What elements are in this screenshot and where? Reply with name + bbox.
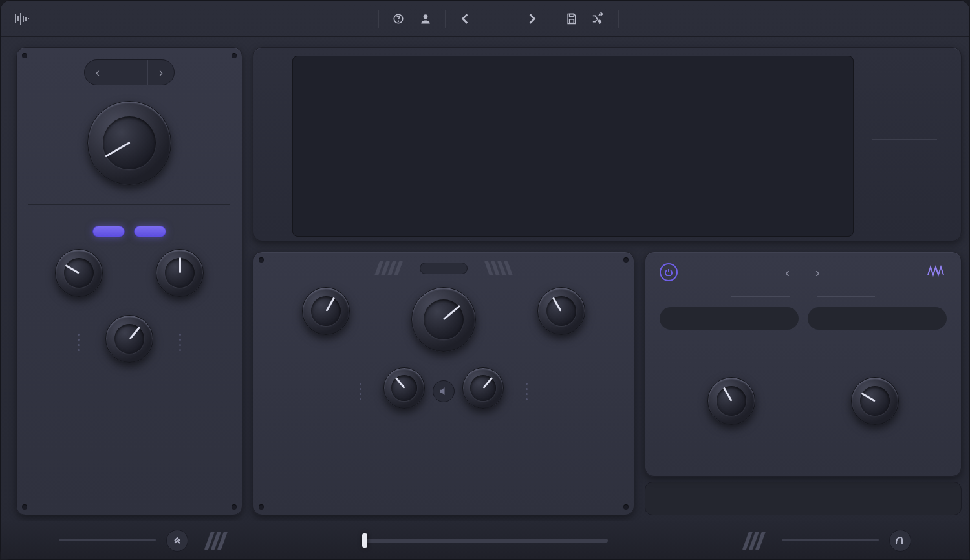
stripes-icon	[377, 261, 400, 275]
help-button[interactable]	[387, 7, 410, 30]
time-panel: ‹ ›	[16, 47, 242, 515]
fx-type-icon[interactable]	[927, 265, 947, 279]
input-expand-button[interactable]	[166, 530, 188, 552]
preset-prev-button[interactable]	[453, 7, 477, 30]
output-slider[interactable]	[782, 539, 879, 541]
feedback-knob[interactable]	[55, 249, 103, 297]
snap-toggle[interactable]	[420, 263, 468, 274]
spread-knob[interactable]	[156, 249, 204, 297]
ramp-knob[interactable]	[302, 287, 350, 335]
save-button[interactable]	[560, 7, 583, 30]
fx-panel: ‹ ›	[645, 252, 962, 477]
limiter-button[interactable]	[889, 530, 911, 552]
fx-sync-toggle[interactable]	[808, 307, 947, 330]
svg-point-7	[398, 21, 399, 21]
crossfeed-knob[interactable]	[105, 315, 153, 363]
header-bar	[1, 1, 969, 37]
lowpass-knob[interactable]	[462, 367, 504, 409]
footer-bar	[1, 521, 969, 559]
filter-listen-icon[interactable]	[433, 380, 455, 402]
fx-mix-control[interactable]	[660, 307, 799, 330]
time-mode-next[interactable]: ›	[148, 66, 174, 80]
ducker-bar	[645, 482, 962, 515]
stripes-icon	[487, 261, 510, 275]
sync-toggle[interactable]	[134, 226, 166, 237]
svg-rect-10	[570, 19, 574, 23]
svg-point-8	[424, 14, 428, 19]
fx-power-button[interactable]	[660, 263, 678, 281]
fx-prev[interactable]: ‹	[785, 265, 790, 280]
analog-toggle[interactable]	[92, 226, 125, 237]
tap-visualizer[interactable]	[292, 56, 854, 237]
drywet-slider[interactable]	[362, 539, 608, 543]
modulation-knob[interactable]	[851, 377, 899, 425]
fx-next[interactable]: ›	[815, 265, 820, 280]
preset-next-button[interactable]	[521, 7, 544, 30]
user-button[interactable]	[414, 7, 437, 30]
time-mode-selector: ‹ ›	[84, 59, 175, 85]
plugin-logo-icon	[14, 12, 32, 25]
time-mode-label[interactable]	[111, 60, 148, 85]
svg-rect-9	[570, 14, 574, 16]
highpass-knob[interactable]	[383, 367, 425, 409]
scatter-knob[interactable]	[537, 287, 585, 335]
time-knob[interactable]	[87, 101, 171, 185]
spacing-knob[interactable]	[411, 287, 476, 352]
main-area: ‹ ›	[1, 37, 969, 521]
plugin-window: ‹ ›	[0, 0, 970, 560]
time-mode-prev[interactable]: ‹	[85, 66, 111, 80]
size-knob[interactable]	[707, 377, 755, 425]
input-slider[interactable]	[59, 539, 156, 541]
randomize-button[interactable]	[587, 7, 610, 30]
cluster-panel	[253, 252, 634, 515]
visualizer-panel	[253, 47, 962, 241]
